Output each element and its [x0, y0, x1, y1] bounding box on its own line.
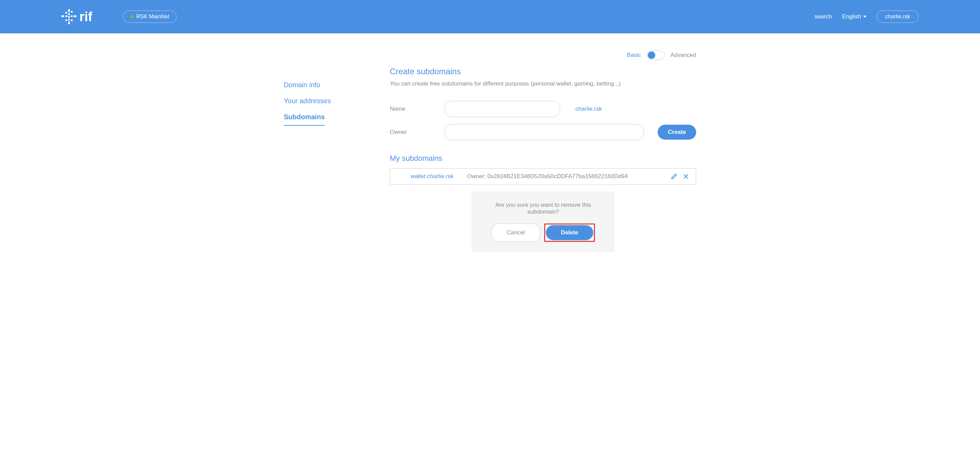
user-name: charlie.rsk — [885, 14, 910, 19]
svg-rect-0 — [68, 9, 70, 12]
mode-toggle-row: Basic Advanced — [284, 51, 696, 60]
create-button[interactable]: Create — [658, 125, 696, 140]
sidebar-item-subdomains[interactable]: Subdomains — [284, 109, 325, 126]
create-description: You can create free subdomains for diffe… — [390, 80, 696, 87]
my-subdomains-title: My subdomains — [390, 154, 696, 163]
svg-rect-11 — [71, 19, 73, 21]
delete-highlight: Delete — [544, 223, 595, 242]
logo-text: rif — [80, 10, 92, 24]
create-title: Create subdomains — [390, 67, 696, 76]
domain-suffix: .charlie.rsk — [574, 106, 602, 113]
mode-basic-label[interactable]: Basic — [627, 52, 641, 59]
network-badge[interactable]: RSK MainNet — [123, 11, 177, 23]
sidebar: Domain info Your addresses Subdomains — [284, 67, 369, 252]
subdomain-owner: Owner: 0x2824B21E348D520a50cDDFA77ba1588… — [467, 173, 657, 180]
svg-rect-1 — [71, 11, 73, 13]
svg-rect-9 — [68, 19, 70, 21]
name-label: Name — [390, 106, 438, 113]
sidebar-item-domain-info[interactable]: Domain info — [284, 77, 369, 93]
search-link[interactable]: search — [815, 13, 832, 20]
toggle-knob — [648, 51, 655, 59]
network-status-dot — [130, 15, 134, 18]
main-content: Create subdomains You can create free su… — [390, 67, 696, 252]
svg-rect-5 — [65, 15, 67, 17]
svg-rect-12 — [68, 21, 70, 24]
close-icon[interactable] — [683, 173, 689, 180]
user-badge[interactable]: charlie.rsk — [877, 11, 919, 23]
svg-rect-8 — [73, 15, 76, 17]
language-selector[interactable]: English — [842, 13, 867, 20]
logo[interactable]: rif — [61, 9, 92, 24]
confirm-text: Are you sure you want to remove this sub… — [488, 202, 598, 215]
svg-rect-10 — [65, 19, 67, 21]
edit-icon[interactable] — [671, 173, 678, 180]
svg-rect-7 — [71, 15, 73, 17]
svg-rect-2 — [65, 12, 67, 14]
owner-label: Owner — [390, 129, 438, 135]
cancel-button[interactable]: Cancel — [492, 223, 540, 242]
svg-rect-4 — [61, 15, 64, 17]
delete-button[interactable]: Delete — [546, 225, 593, 240]
network-name: RSK MainNet — [136, 14, 169, 20]
svg-rect-6 — [68, 16, 70, 18]
name-input[interactable] — [444, 101, 560, 117]
svg-rect-3 — [68, 13, 70, 15]
mode-toggle[interactable] — [646, 51, 665, 60]
confirm-dialog: Are you sure you want to remove this sub… — [472, 191, 615, 252]
chevron-down-icon — [863, 16, 867, 18]
subdomain-name[interactable]: wallet.charlie.rsk — [410, 173, 453, 180]
language-label: English — [842, 13, 861, 20]
header: rif RSK MainNet search English charlie.r… — [0, 0, 980, 33]
logo-icon — [61, 9, 77, 24]
owner-input[interactable] — [444, 124, 644, 140]
subdomain-row: wallet.charlie.rsk Owner: 0x2824B21E348D… — [390, 168, 696, 184]
sidebar-item-your-addresses[interactable]: Your addresses — [284, 93, 369, 109]
mode-advanced-label[interactable]: Advanced — [670, 52, 696, 59]
